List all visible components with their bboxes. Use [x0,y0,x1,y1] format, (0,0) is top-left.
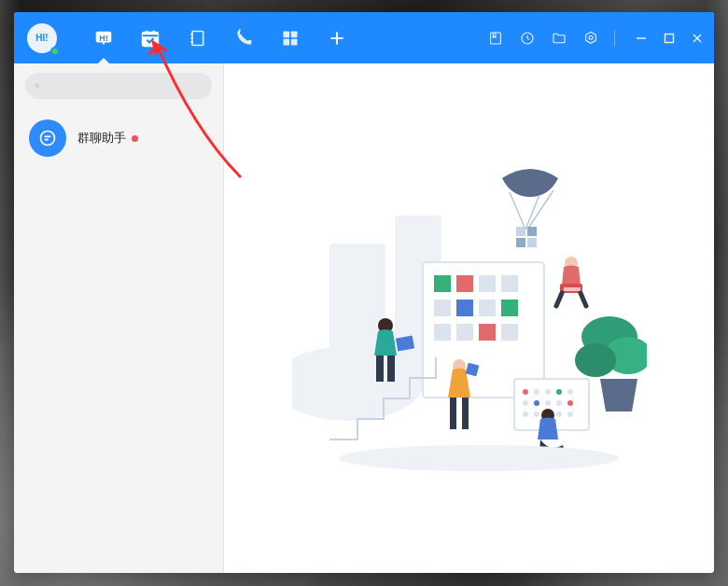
svg-point-42 [523,400,528,406]
search-wrap [14,63,223,108]
svg-rect-25 [456,275,473,292]
tab-call[interactable] [232,27,255,49]
folder-icon [552,31,567,46]
search-icon [35,79,40,92]
search-input[interactable] [46,79,203,93]
chat-item-title: 群聊助手 [77,130,138,146]
settings-button[interactable] [582,30,599,47]
svg-point-47 [523,412,528,417]
svg-point-46 [567,400,573,406]
search-box[interactable] [25,73,212,99]
titlebar-right [487,30,705,47]
body-area: 群聊助手 [14,63,714,573]
status-online-dot [50,47,60,56]
svg-point-22 [575,343,616,377]
tab-notes[interactable] [186,27,208,49]
nav-tabs: H! [92,27,348,49]
svg-rect-6 [291,38,298,45]
svg-rect-18 [516,238,525,247]
plus-icon [328,29,346,48]
svg-rect-17 [527,227,537,236]
user-avatar[interactable]: HI! [27,23,57,53]
chat-item-avatar [29,119,66,157]
svg-rect-10 [665,34,674,42]
svg-rect-5 [284,38,290,45]
svg-point-43 [534,400,539,406]
svg-rect-4 [291,31,298,37]
svg-rect-30 [479,300,496,316]
sidebar: 群聊助手 [14,63,224,573]
empty-state-illustration [292,160,647,477]
bookmark-icon [488,31,503,46]
tab-calendar[interactable] [139,27,161,49]
unread-dot [132,135,138,142]
avatar-text: HI! [35,33,48,43]
svg-rect-33 [456,324,473,341]
svg-point-51 [567,412,573,417]
svg-rect-19 [527,238,537,247]
folder-button[interactable] [551,30,567,47]
history-icon [520,31,535,46]
group-chat-icon [38,129,57,147]
active-tab-indicator [98,58,109,63]
svg-point-48 [534,412,539,417]
tab-add[interactable] [326,27,348,49]
close-icon [692,33,703,44]
svg-point-64 [339,445,619,471]
svg-rect-35 [501,324,518,341]
svg-point-12 [41,132,55,146]
history-button[interactable] [519,30,536,47]
calendar-check-icon [140,28,161,49]
svg-rect-62 [462,398,469,429]
svg-point-9 [589,35,593,39]
svg-rect-53 [376,356,384,382]
svg-rect-24 [434,275,451,292]
phone-icon [234,29,253,48]
tab-chat[interactable]: H! [92,27,115,49]
svg-rect-54 [387,356,395,382]
apps-grid-icon [281,29,300,48]
maximize-button[interactable] [662,31,677,46]
svg-point-11 [35,84,38,87]
svg-point-40 [556,389,562,395]
titlebar-divider [614,30,615,47]
chat-item-label: 群聊助手 [77,130,126,146]
svg-point-39 [545,389,551,395]
svg-rect-3 [284,31,290,37]
settings-hex-icon [583,31,598,46]
svg-rect-32 [434,324,451,341]
svg-rect-31 [501,300,518,316]
svg-rect-26 [479,275,496,292]
svg-point-50 [556,412,562,417]
minimize-button[interactable] [634,31,649,46]
svg-point-37 [523,389,528,395]
minimize-icon [636,33,647,44]
window-controls [634,31,705,46]
main-pane [224,63,714,573]
svg-rect-27 [501,275,518,292]
svg-rect-28 [434,300,451,316]
bookmark-button[interactable] [487,30,504,47]
svg-point-44 [545,400,551,406]
svg-rect-61 [450,398,456,429]
maximize-icon [664,33,675,44]
svg-rect-34 [479,324,496,341]
svg-point-38 [534,389,539,395]
svg-point-45 [556,400,562,406]
chat-item-group-assistant[interactable]: 群聊助手 [14,108,223,168]
app-window: HI! H! [14,12,714,573]
chat-list: 群聊助手 [14,108,223,573]
titlebar: HI! H! [14,12,714,63]
svg-rect-16 [516,227,525,236]
svg-point-41 [567,389,573,395]
svg-rect-29 [456,300,473,316]
svg-rect-1 [143,32,159,46]
close-button[interactable] [690,31,705,46]
notebook-icon [188,29,206,48]
svg-rect-58 [564,287,581,291]
tab-apps[interactable] [279,27,301,49]
svg-rect-2 [192,31,203,45]
